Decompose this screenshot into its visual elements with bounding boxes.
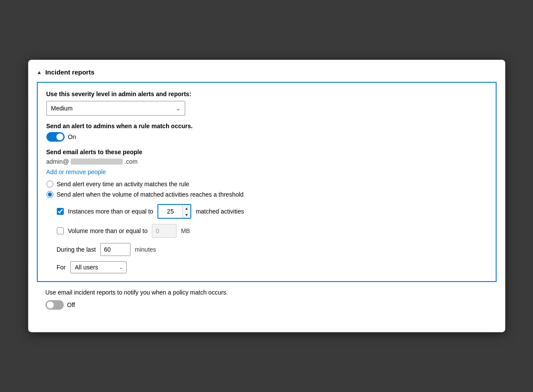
incident-reports-toggle-container: Off xyxy=(46,300,488,310)
for-row: For All users Specific users ⌄ xyxy=(57,261,487,273)
instances-checkbox[interactable] xyxy=(57,208,64,215)
radio-threshold[interactable] xyxy=(46,191,53,198)
incident-reports-toggle[interactable] xyxy=(46,300,64,310)
for-label: For xyxy=(57,264,66,271)
matched-activities-label: matched activities xyxy=(196,208,244,215)
for-dropdown[interactable]: All users Specific users xyxy=(70,261,127,273)
incident-reports-box: Use this severity level in admin alerts … xyxy=(37,82,497,282)
instances-spinner-up[interactable]: ▴ xyxy=(183,205,190,211)
volume-checkbox[interactable] xyxy=(57,227,64,234)
during-input[interactable] xyxy=(100,243,131,256)
radio-every-activity[interactable] xyxy=(46,181,53,188)
alert-admin-toggle-thumb xyxy=(56,133,63,140)
during-unit-label: minutes xyxy=(135,246,156,253)
alert-admin-label: Send an alert to admins when a rule matc… xyxy=(46,123,487,130)
radio-row-1: Send alert every time an activity matche… xyxy=(46,181,487,188)
severity-dropdown-wrapper: Low Medium High ⌄ xyxy=(46,101,185,116)
severity-dropdown[interactable]: Low Medium High xyxy=(46,101,185,116)
incident-reports-toggle-label: Off xyxy=(67,301,75,308)
instances-label: Instances more than or equal to xyxy=(68,208,154,215)
during-row: During the last minutes xyxy=(57,243,487,256)
volume-input-wrapper xyxy=(152,224,177,238)
email-value-row: admin@ .com xyxy=(46,158,487,165)
volume-row: Volume more than or equal to MB xyxy=(57,224,487,238)
email-people-section: Send email alerts to these people admin@… xyxy=(46,149,487,175)
radio-every-activity-label: Send alert every time an activity matche… xyxy=(57,181,190,188)
instances-input-wrapper: ▴ ▾ xyxy=(157,204,191,219)
radio-threshold-label: Send alert when the volume of matched ac… xyxy=(57,191,244,198)
add-remove-people-button[interactable]: Add or remove people xyxy=(46,168,106,175)
email-suffix: .com xyxy=(124,158,137,165)
volume-label: Volume more than or equal to xyxy=(68,227,148,234)
email-redacted-domain xyxy=(71,159,123,165)
email-people-label: Send email alerts to these people xyxy=(46,149,487,156)
radio-row-2: Send alert when the volume of matched ac… xyxy=(46,191,487,198)
instances-spinner-down[interactable]: ▾ xyxy=(183,211,190,218)
radio-group: Send alert every time an activity matche… xyxy=(46,181,487,198)
severity-label: Use this severity level in admin alerts … xyxy=(46,91,487,97)
alert-admin-toggle[interactable] xyxy=(46,132,65,142)
section-title: Incident reports xyxy=(45,68,94,76)
alert-admin-row: Send an alert to admins when a rule matc… xyxy=(46,123,487,142)
incident-reports-label: Use email incident reports to notify you… xyxy=(46,289,488,296)
section-header: ▲ Incident reports xyxy=(37,68,497,76)
alert-admin-toggle-container: On xyxy=(46,132,487,142)
during-label: During the last xyxy=(57,246,96,253)
volume-unit-label: MB xyxy=(181,227,190,234)
main-container: ▲ Incident reports Use this severity lev… xyxy=(28,60,505,332)
threshold-section: Instances more than or equal to ▴ ▾ matc… xyxy=(57,204,487,273)
alert-admin-toggle-label: On xyxy=(68,133,76,140)
instances-row: Instances more than or equal to ▴ ▾ matc… xyxy=(57,204,487,219)
bottom-section: Use email incident reports to notify you… xyxy=(37,282,497,324)
volume-input[interactable] xyxy=(152,224,176,237)
email-prefix: admin@ xyxy=(46,158,69,165)
instances-input[interactable] xyxy=(158,205,182,218)
for-dropdown-wrapper: All users Specific users ⌄ xyxy=(70,261,127,273)
instances-spinner: ▴ ▾ xyxy=(182,205,190,218)
incident-reports-toggle-thumb xyxy=(47,301,54,308)
collapse-icon[interactable]: ▲ xyxy=(37,69,42,75)
